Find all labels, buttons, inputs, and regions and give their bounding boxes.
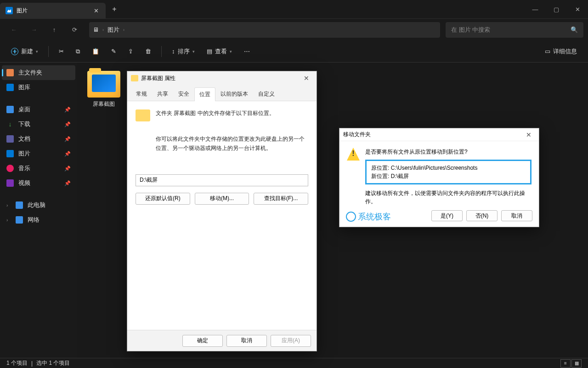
document-icon — [6, 135, 14, 143]
maximize-button[interactable]: ▢ — [546, 0, 567, 18]
pin-icon: 📌 — [64, 151, 71, 157]
pin-icon: 📌 — [64, 121, 71, 127]
sidebar-item-documents[interactable]: 文档📌 — [2, 132, 75, 146]
desktop-icon — [6, 106, 14, 113]
apply-button[interactable]: 应用(A) — [271, 335, 311, 347]
breadcrumb-pictures[interactable]: 图片 — [107, 26, 119, 34]
chevron-right-icon: › — [6, 218, 11, 223]
pin-icon: 📌 — [64, 107, 71, 113]
dialog-title: 屏幕截图 属性 — [141, 75, 175, 82]
properties-dialog: 屏幕截图 属性 ✕ 常规 共享 安全 位置 以前的版本 自定义 文件夹 屏幕截图… — [127, 71, 317, 351]
details-icon: ▭ — [545, 48, 550, 55]
refresh-button[interactable]: ⟳ — [65, 22, 84, 38]
chevron-right-icon: › — [123, 28, 124, 32]
cancel-button[interactable]: 取消 — [501, 210, 532, 221]
folder-icon — [87, 71, 120, 98]
dialog-titlebar[interactable]: 移动文件夹 ✕ — [339, 128, 539, 141]
sidebar-item-videos[interactable]: 视频📌 — [2, 176, 75, 190]
address-bar[interactable]: 🖥 › 图片 › — [89, 22, 440, 38]
sidebar-item-downloads[interactable]: ↓下载📌 — [2, 117, 75, 132]
delete-icon: 🗑 — [145, 48, 151, 55]
pin-icon: 📌 — [64, 180, 71, 186]
sidebar-item-music[interactable]: 音乐📌 — [2, 161, 75, 176]
pin-icon: 📌 — [64, 136, 71, 142]
copy-button[interactable]: ⧉ — [71, 44, 85, 59]
minimize-button[interactable]: — — [525, 0, 546, 18]
view-grid-button[interactable]: ▦ — [571, 359, 582, 368]
close-dialog-button[interactable]: ✕ — [300, 75, 313, 82]
move-confirm-dialog: 移动文件夹 ✕ 是否要将所有文件从原位置移动到新位置? 原位置: C:\User… — [339, 128, 539, 227]
yes-button[interactable]: 是(Y) — [431, 210, 463, 221]
new-location: 新位置: D:\截屏 — [371, 172, 526, 180]
navbar: ← → ↑ ⟳ 🖥 › 图片 › 在 图片 中搜索 🔍 — [0, 18, 588, 40]
find-target-button[interactable]: 查找目标(F)... — [254, 193, 308, 205]
separator: | — [31, 360, 33, 367]
path-input[interactable] — [136, 174, 308, 186]
tab-general[interactable]: 常规 — [131, 87, 152, 101]
folder-icon — [131, 75, 138, 81]
watermark: 系统极客 — [346, 211, 391, 222]
rename-button[interactable]: ✎ — [107, 44, 121, 59]
up-button[interactable]: ↑ — [45, 22, 63, 38]
pc-icon — [16, 201, 23, 209]
location-description-1: 文件夹 屏幕截图 中的文件存储于以下目标位置。 — [156, 109, 275, 118]
no-button[interactable]: 否(N) — [466, 210, 498, 221]
close-window-button[interactable]: ✕ — [567, 0, 588, 18]
search-icon: 🔍 — [571, 26, 578, 33]
tab-location[interactable]: 位置 — [194, 87, 215, 101]
tab-title: 图片 — [17, 7, 88, 15]
sidebar-item-home[interactable]: 主文件夹 — [2, 65, 75, 80]
confirm-hint: 建议移动所有文件，以便需要访问文件夹内容的程序可以执行此操作。 — [365, 189, 531, 206]
paste-button[interactable]: 📋 — [87, 44, 104, 59]
share-button[interactable]: ⇪ — [124, 44, 138, 59]
back-button[interactable]: ← — [5, 22, 23, 38]
new-button[interactable]: 新建 ▾ — [6, 44, 43, 59]
status-selected: 选中 1 个项目 — [36, 359, 70, 367]
pictures-icon — [6, 150, 14, 157]
sidebar-item-gallery[interactable]: 图库 — [2, 80, 75, 95]
window-tab[interactable]: 图片 ✕ — [0, 3, 106, 18]
sort-button[interactable]: ↕排序▾ — [167, 44, 199, 59]
sort-icon: ↕ — [172, 48, 175, 55]
sidebar-item-thispc[interactable]: ›此电脑 — [2, 198, 75, 213]
close-dialog-button[interactable]: ✕ — [522, 131, 535, 138]
cut-button[interactable]: ✂ — [54, 44, 68, 59]
search-placeholder: 在 图片 中搜索 — [451, 26, 490, 34]
view-list-button[interactable]: ≡ — [560, 359, 571, 368]
tab-share[interactable]: 共享 — [152, 87, 173, 101]
sidebar-item-pictures[interactable]: 图片📌 — [2, 146, 75, 161]
chevron-right-icon: › — [102, 28, 104, 32]
rename-icon: ✎ — [111, 48, 116, 55]
dialog-tabs: 常规 共享 安全 位置 以前的版本 自定义 — [127, 85, 317, 101]
dialog-titlebar[interactable]: 屏幕截图 属性 ✕ — [127, 71, 317, 85]
pin-icon: 📌 — [64, 166, 71, 172]
new-tab-button[interactable]: + — [110, 5, 119, 13]
separator — [48, 46, 49, 57]
move-button[interactable]: 移动(M)... — [195, 193, 249, 205]
ok-button[interactable]: 确定 — [182, 335, 223, 347]
cancel-button[interactable]: 取消 — [226, 335, 267, 347]
share-icon: ⇪ — [128, 48, 133, 55]
tab-security[interactable]: 安全 — [173, 87, 194, 101]
folder-screenshots[interactable]: 屏幕截图 — [84, 69, 124, 110]
plus-icon — [11, 48, 18, 55]
sidebar-item-network[interactable]: ›网络 — [2, 213, 75, 227]
watermark-icon — [346, 212, 356, 222]
close-tab-icon[interactable]: ✕ — [92, 6, 100, 15]
search-input[interactable]: 在 图片 中搜索 🔍 — [446, 22, 583, 38]
sidebar-item-desktop[interactable]: 桌面📌 — [2, 102, 75, 117]
dialog-footer: 确定 取消 应用(A) — [127, 330, 317, 351]
more-button[interactable]: ⋯ — [239, 44, 254, 59]
tab-custom[interactable]: 自定义 — [253, 87, 280, 101]
details-pane-button[interactable]: ▭详细信息 — [540, 44, 582, 59]
download-icon: ↓ — [6, 121, 14, 128]
forward-button[interactable]: → — [25, 22, 43, 38]
delete-button[interactable]: 🗑 — [141, 44, 156, 59]
restore-default-button[interactable]: 还原默认值(R) — [136, 193, 190, 205]
window-controls: — ▢ ✕ — [525, 0, 588, 18]
titlebar: 图片 ✕ + — ▢ ✕ — [0, 0, 588, 18]
tab-previous[interactable]: 以前的版本 — [215, 87, 253, 101]
view-button[interactable]: ▤查看▾ — [202, 44, 237, 59]
old-location: 原位置: C:\Users\fulin\Pictures\Screenshots — [371, 164, 526, 172]
paste-icon: 📋 — [92, 48, 99, 55]
